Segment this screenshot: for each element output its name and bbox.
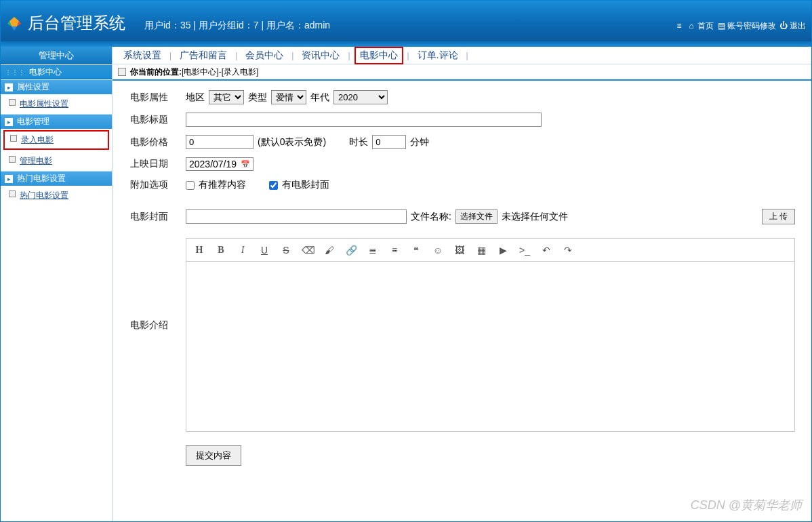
menu-toggle-icon[interactable]: ≡ (674, 21, 684, 31)
password-label: 账号密码修改 (727, 20, 776, 32)
duration-unit: 分钟 (410, 136, 429, 148)
label-region: 地区 (186, 92, 205, 104)
sidebar-item-add-movie[interactable]: 录入电影 (3, 130, 109, 150)
select-year[interactable]: 2020 (333, 90, 388, 104)
home-label: 首页 (697, 20, 714, 32)
folder-icon: ▸ (5, 83, 13, 92)
sidebar-section-movie[interactable]: ⋮⋮⋮ 电影中心 (1, 64, 112, 79)
label-price: 电影价格 (113, 136, 186, 148)
tb-undo-icon[interactable]: ↶ (540, 245, 552, 256)
sidebar-group-movie-mgmt[interactable]: ▸电影管理 (1, 114, 112, 129)
grid-icon: ⋮⋮⋮ (5, 68, 25, 76)
sidebar-title: 管理中心 (1, 47, 112, 64)
sidebar-item-hot-settings[interactable]: 热门电影设置 (1, 186, 112, 205)
tb-quote-icon[interactable]: ❝ (410, 245, 422, 256)
header: 后台管理系统 用户id：35 | 用户分组id：7 | 用户名：admin ≡ … (1, 1, 811, 41)
select-type[interactable]: 爱情 (271, 90, 306, 104)
rich-editor: H B I U S ⌫ 🖌 🔗 ≣ ≡ ❝ ☺ 🖼 (186, 238, 795, 432)
label-type: 类型 (248, 92, 267, 104)
tb-link-icon[interactable]: 🔗 (345, 245, 357, 256)
label-duration: 时长 (349, 136, 368, 148)
logout-link[interactable]: ⏻退出 (779, 20, 806, 32)
input-date-wrap[interactable]: 2023/07/19 📅 (186, 157, 253, 171)
label-cover: 电影封面 (113, 211, 186, 223)
tb-brush-icon[interactable]: 🖌 (323, 245, 336, 256)
label-extra: 附加选项 (113, 179, 186, 191)
home-link[interactable]: ⌂首页 (687, 20, 714, 32)
calendar-icon: 📅 (241, 160, 250, 169)
no-file-text: 未选择任何文件 (502, 211, 568, 223)
breadcrumb: 你当前的位置: [电影中心]-[录入电影] (113, 64, 811, 81)
nav-system[interactable]: 系统设置 (119, 48, 165, 63)
label-year: 年代 (310, 92, 329, 104)
nav-orders[interactable]: 订单.评论 (413, 48, 462, 63)
tb-heading-icon[interactable]: H (193, 245, 205, 256)
label-date: 上映日期 (113, 158, 186, 170)
tb-strike-icon[interactable]: S (280, 245, 292, 256)
submit-button[interactable]: 提交内容 (186, 445, 241, 466)
folder-icon: ▸ (5, 175, 13, 183)
tb-bold-icon[interactable]: B (215, 245, 227, 256)
price-hint: (默认0表示免费) (258, 136, 326, 148)
sep: | (169, 51, 171, 60)
sidebar-section-label: 电影中心 (29, 66, 62, 78)
tb-italic-icon[interactable]: I (237, 245, 249, 256)
editor-body[interactable] (186, 262, 794, 431)
sidebar-item-manage-movie[interactable]: 管理电影 (1, 151, 112, 171)
tb-align-icon[interactable]: ≡ (388, 245, 401, 256)
input-price[interactable] (186, 135, 253, 149)
tb-list-icon[interactable]: ≣ (367, 245, 379, 256)
nav-ads[interactable]: 广告和留言 (176, 48, 231, 63)
select-region[interactable]: 其它 (209, 90, 244, 104)
label-movie-attr: 电影属性 (113, 92, 186, 104)
tb-image-icon[interactable]: 🖼 (453, 245, 466, 256)
page-icon (9, 156, 16, 163)
sidebar-group-hot[interactable]: ▸热门电影设置 (1, 171, 112, 186)
input-cover[interactable] (186, 209, 407, 224)
input-duration[interactable] (372, 135, 406, 149)
logout-label: 退出 (790, 20, 806, 32)
date-value: 2023/07/19 (189, 159, 237, 169)
tb-redo-icon[interactable]: ↷ (562, 245, 574, 256)
sep: | (235, 51, 237, 60)
page-icon (9, 99, 16, 106)
tb-table-icon[interactable]: ▦ (475, 245, 487, 256)
input-title[interactable] (186, 113, 542, 127)
svg-marker-3 (12, 26, 17, 31)
sep: | (348, 51, 350, 60)
sidebar-link[interactable]: 管理电影 (20, 156, 52, 165)
breadcrumb-path: [电影中心]-[录入电影] (182, 66, 258, 78)
sidebar-link[interactable]: 热门电影设置 (20, 190, 68, 200)
editor-toolbar: H B I U S ⌫ 🖌 🔗 ≣ ≡ ❝ ☺ 🖼 (186, 239, 794, 262)
sep: | (407, 51, 409, 60)
tb-code-icon[interactable]: >_ (519, 245, 531, 256)
label-intro: 电影介绍 (113, 238, 186, 332)
tb-video-icon[interactable]: ▶ (497, 245, 509, 256)
upload-button[interactable]: 上 传 (762, 209, 795, 224)
sidebar-group-label: 属性设置 (17, 81, 49, 93)
sidebar-link[interactable]: 录入电影 (21, 135, 54, 144)
sidebar-group-label: 电影管理 (17, 116, 49, 127)
breadcrumb-label: 你当前的位置: (130, 66, 182, 78)
nav-news[interactable]: 资讯中心 (298, 48, 344, 63)
checkbox-recommend[interactable] (186, 181, 195, 190)
choose-file-button[interactable]: 选择文件 (455, 209, 498, 224)
page-icon (10, 135, 17, 142)
nav-members[interactable]: 会员中心 (241, 48, 287, 63)
password-link[interactable]: ▤账号密码修改 (716, 20, 776, 32)
system-title: 后台管理系统 (28, 12, 125, 34)
sidebar: 管理中心 ⋮⋮⋮ 电影中心 ▸属性设置 电影属性设置 ▸电影管理 录入电影 管理… (1, 47, 113, 521)
nav-movies[interactable]: 电影中心 (354, 47, 403, 64)
page-icon (9, 190, 16, 197)
sidebar-group-attr[interactable]: ▸属性设置 (1, 79, 112, 94)
tb-underline-icon[interactable]: U (258, 245, 270, 256)
label-recommend: 有推荐内容 (199, 179, 246, 191)
user-info: 用户id：35 | 用户分组id：7 | 用户名：admin (144, 20, 330, 32)
tb-eraser-icon[interactable]: ⌫ (302, 245, 314, 256)
sidebar-link[interactable]: 电影属性设置 (20, 99, 68, 108)
checkbox-cover[interactable] (269, 181, 278, 190)
sidebar-item-attr-settings[interactable]: 电影属性设置 (1, 94, 112, 114)
doc-icon (118, 68, 126, 76)
tb-emoji-icon[interactable]: ☺ (432, 245, 444, 256)
folder-icon: ▸ (5, 118, 13, 126)
